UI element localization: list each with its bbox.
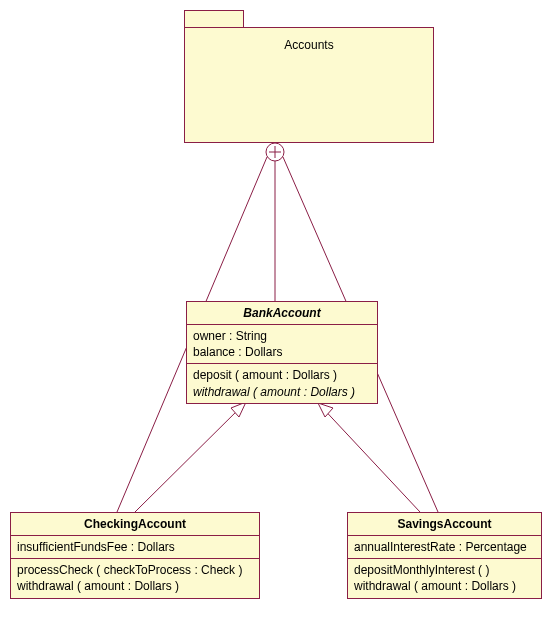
class-checkingaccount-attrs: insufficientFundsFee : Dollars bbox=[11, 535, 259, 558]
package-name: Accounts bbox=[185, 28, 433, 52]
attribute-row: annualInterestRate : Percentage bbox=[354, 539, 535, 555]
attribute-row: balance : Dollars bbox=[193, 344, 371, 360]
class-bankaccount-ops: deposit ( amount : Dollars )withdrawal (… bbox=[187, 363, 377, 402]
operation-row: processCheck ( checkToProcess : Check ) bbox=[17, 562, 253, 578]
operation-row: withdrawal ( amount : Dollars ) bbox=[354, 578, 535, 594]
attribute-row: insufficientFundsFee : Dollars bbox=[17, 539, 253, 555]
svg-line-8 bbox=[318, 403, 420, 512]
class-savingsaccount-name: SavingsAccount bbox=[348, 513, 541, 535]
class-checkingaccount: CheckingAccount insufficientFundsFee : D… bbox=[10, 512, 260, 599]
package-tab bbox=[184, 10, 244, 28]
class-savingsaccount: SavingsAccount annualInterestRate : Perc… bbox=[347, 512, 542, 599]
package-accounts: Accounts bbox=[184, 27, 434, 143]
svg-marker-7 bbox=[231, 402, 246, 417]
svg-line-6 bbox=[135, 402, 246, 512]
class-bankaccount-attrs: owner : Stringbalance : Dollars bbox=[187, 324, 377, 363]
operation-row: depositMonthlyInterest ( ) bbox=[354, 562, 535, 578]
svg-marker-9 bbox=[318, 403, 333, 417]
class-savingsaccount-ops: depositMonthlyInterest ( )withdrawal ( a… bbox=[348, 558, 541, 597]
class-checkingaccount-ops: processCheck ( checkToProcess : Check )w… bbox=[11, 558, 259, 597]
class-checkingaccount-name: CheckingAccount bbox=[11, 513, 259, 535]
class-bankaccount: BankAccount owner : Stringbalance : Doll… bbox=[186, 301, 378, 404]
class-savingsaccount-attrs: annualInterestRate : Percentage bbox=[348, 535, 541, 558]
operation-row: withdrawal ( amount : Dollars ) bbox=[17, 578, 253, 594]
class-bankaccount-name: BankAccount bbox=[187, 302, 377, 324]
attribute-row: owner : String bbox=[193, 328, 371, 344]
operation-row: deposit ( amount : Dollars ) bbox=[193, 367, 371, 383]
svg-point-0 bbox=[266, 143, 284, 161]
operation-row: withdrawal ( amount : Dollars ) bbox=[193, 384, 371, 400]
